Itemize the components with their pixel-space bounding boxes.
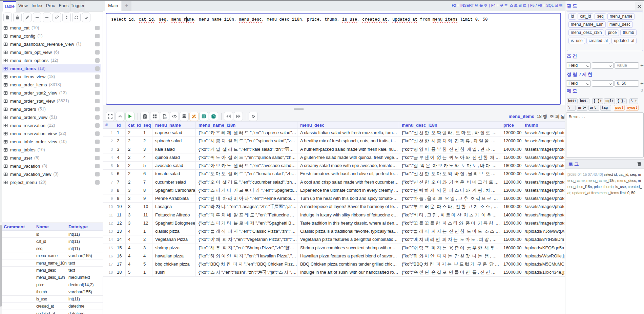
svg-text:CSV: CSV [164,117,167,119]
